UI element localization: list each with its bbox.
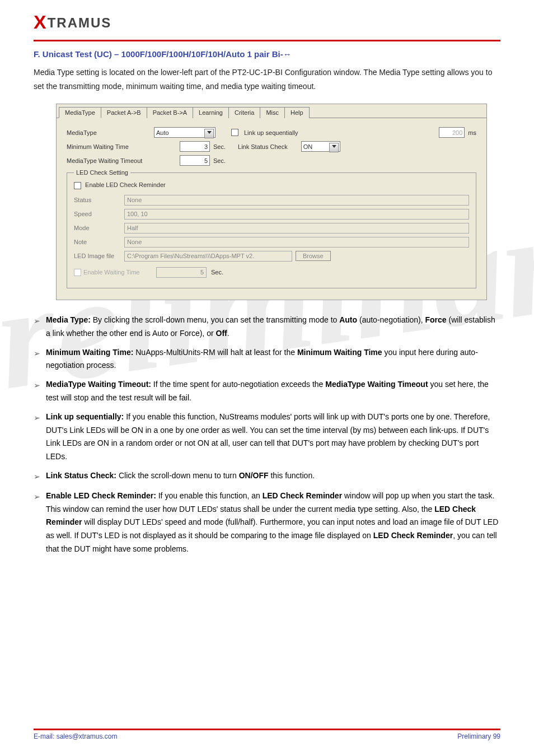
enable-led-checkbox[interactable] [74,182,81,189]
linkup-unit: ms [468,129,476,136]
tab-misc[interactable]: Misc [260,107,285,118]
bullet-list: ➢ Media Type: By clicking the scroll-dow… [34,314,500,556]
section-title: F. Unicast Test (UC) – 1000F/100F/100H/1… [34,49,500,59]
led-legend: LED Check Setting [74,169,130,176]
minwait-value[interactable]: 3 [180,141,210,152]
image-input: C:\Program Files\NuStreams\\\DApps-MPT v… [124,251,292,262]
bullet-icon: ➢ [34,346,40,361]
mttimeout-label: MediaType Waiting Timeout [67,157,162,164]
bullet-text: Media Type: By clicking the scroll-down … [46,314,500,340]
image-label: LED Image file [74,253,124,259]
linkup-checkbox[interactable] [231,129,238,136]
bullet-text: MediaType Waiting Timeout: If the time s… [46,378,500,405]
bullet-mediatype: ➢ Media Type: By clicking the scroll-dow… [34,314,500,340]
bullet-ledreminder: ➢ Enable LED Check Reminder: If you enab… [34,489,500,556]
minwait-label: Minimum Waiting Time [67,143,151,150]
browse-button[interactable]: Browse [296,251,331,261]
bullet-icon: ➢ [34,314,40,328]
mode-input: Half [124,223,469,234]
bullet-minwait: ➢ Minimum Waiting Time: NuApps-MultiUnit… [34,346,500,373]
bullet-icon: ➢ [34,378,40,393]
mediatype-dialog: MediaType Packet A->B Packet B->A Learni… [56,104,487,300]
mediatype-select[interactable]: Auto [154,127,216,138]
bullet-text: Minimum Waiting Time: NuApps-MultiUnits-… [46,346,500,373]
logo: XTRAMUS [34,11,500,33]
tab-packet-ba[interactable]: Packet B->A [147,107,193,118]
footer-email: E-mail: sales@xtramus.com [34,732,118,740]
bullet-icon: ➢ [34,469,40,484]
minwait-unit: Sec. [213,143,226,150]
linkup-label: Link up sequentially [244,129,298,136]
logo-x: X [34,11,48,32]
dialog-body: MediaType Auto Link up sequentially 200 … [57,118,486,300]
mttimeout-value[interactable]: 5 [180,155,210,166]
bullet-linkup: ➢ Link up sequentially: If you enable th… [34,410,500,464]
ewt-checkbox[interactable] [74,269,81,276]
bullet-icon: ➢ [34,489,40,504]
status-input: None [124,195,469,206]
bullet-icon: ➢ [34,410,40,425]
bullet-linkstatus: ➢ Link Status Check: Click the scroll-do… [34,469,500,484]
footer: E-mail: sales@xtramus.com Preliminary 99 [34,729,500,740]
led-check-fieldset: LED Check Setting Enable LED Check Remin… [67,169,476,288]
linkstatus-label: Link Status Check [238,143,288,150]
mode-label: Mode [74,225,124,231]
bullet-mttimeout: ➢ MediaType Waiting Timeout: If the time… [34,378,500,405]
speed-label: Speed [74,211,124,217]
bullet-text: Link up sequentially: If you enable this… [46,410,500,464]
bullet-text: Link Status Check: Click the scroll-down… [46,469,500,483]
linkstatus-select[interactable]: ON [301,141,340,152]
tab-packet-ab[interactable]: Packet A->B [101,107,147,118]
intro-paragraph: Media Type setting is located on the low… [34,66,500,94]
ewt-unit: Sec. [211,269,223,276]
note-input: None [124,237,469,248]
speed-input: 100, 10 [124,209,469,220]
bullet-text: Enable LED Check Reminder: If you enable… [46,489,500,556]
footer-page: Preliminary 99 [457,732,500,740]
mediatype-label: MediaType [67,129,151,136]
enable-led-label: Enable LED Check Reminder [85,181,166,188]
tab-mediatype[interactable]: MediaType [59,107,101,118]
ewt-value: 5 [156,267,207,278]
ewt-label: Enable Waiting Time [83,269,156,276]
note-label: Note [74,239,124,245]
tab-learning[interactable]: Learning [193,107,229,118]
tab-criteria[interactable]: Criteria [228,107,260,118]
tabs: MediaType Packet A->B Packet B->A Learni… [57,104,486,118]
status-label: Status [74,197,124,203]
tab-help[interactable]: Help [284,107,310,118]
header: XTRAMUS [0,0,534,38]
linkup-value[interactable]: 200 [439,127,465,138]
logo-rest: TRAMUS [48,15,112,30]
mttimeout-unit: Sec. [213,157,226,164]
